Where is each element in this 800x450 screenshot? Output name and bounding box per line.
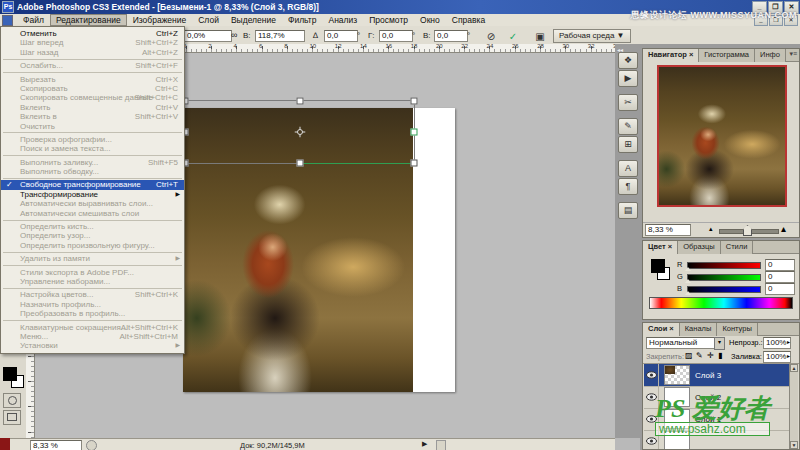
collapsed-panel-5-icon[interactable]: ⊞ (618, 136, 638, 153)
rotate-angle-field[interactable]: 0,0 (324, 30, 358, 42)
channel-slider[interactable] (687, 286, 761, 293)
menu-Справка[interactable]: Справка (446, 14, 491, 26)
opacity-arrow-icon[interactable]: ▸ (787, 338, 790, 345)
layers-mode-row: Нормальный ▾ Непрозр.: 100% ▸ (643, 336, 799, 350)
navigator-zoom-field[interactable]: 8,33 % (645, 224, 691, 236)
link-dimensions-icon[interactable]: ∞ (231, 30, 237, 41)
screen-mode-icon (7, 413, 17, 421)
tab-Слои[interactable]: Слои × (643, 323, 680, 336)
status-info-icon[interactable] (86, 440, 97, 450)
channel-value-field[interactable]: 0 (765, 259, 795, 271)
color-spectrum-bar[interactable] (649, 297, 793, 309)
transform-handle-mid-right[interactable] (411, 129, 418, 136)
menu-bar-items: ФайлРедактированиеИзображениеСлойВыделен… (17, 14, 491, 26)
scroll-down-icon[interactable]: ▼ (790, 441, 798, 449)
menu-Изображение[interactable]: Изображение (127, 14, 193, 26)
collapsed-panel-4-icon[interactable]: ✎ (618, 118, 638, 135)
bridge-icon[interactable]: ▣ (532, 30, 548, 44)
transform-handle-top-center[interactable] (296, 98, 303, 105)
menu-Просмотр[interactable]: Просмотр (363, 14, 414, 26)
menu-item: Автоматически выравнивать слои... (1, 199, 184, 208)
layers-scrollbar[interactable]: ▲ ▼ (789, 364, 798, 449)
channel-slider[interactable] (687, 274, 761, 281)
transform-bounding-box[interactable] (184, 100, 415, 164)
navigator-zoom-slider-thumb[interactable] (743, 225, 752, 236)
transform-handle-top-right[interactable] (411, 98, 418, 105)
menu-item[interactable]: Трансформирование▶ (1, 190, 184, 199)
scroll-up-icon[interactable]: ▲ (790, 364, 798, 372)
navigator-proxy-view[interactable] (657, 65, 787, 207)
menu-Выделение[interactable]: Выделение (225, 14, 282, 26)
paragraph-panel-icon[interactable]: ¶ (618, 178, 638, 195)
menu-Слой[interactable]: Слой (192, 14, 225, 26)
quick-mask-button[interactable] (3, 393, 21, 408)
transform-handle-bottom-right[interactable] (411, 160, 418, 167)
menu-Окно[interactable]: Окно (414, 14, 446, 26)
menu-item: Проверка орфографии... (1, 135, 184, 144)
collapsed-panel-2-icon[interactable]: ▶ (618, 70, 638, 87)
status-extra-button[interactable] (436, 440, 446, 450)
tab-Инфо[interactable]: Инфо (755, 49, 786, 62)
menu-item[interactable]: ОтменитьCtrl+Z (1, 29, 184, 38)
channel-row-G: G0 (677, 272, 683, 282)
channel-slider-thumb[interactable] (685, 291, 691, 295)
layer-comps-panel-icon[interactable]: ▤ (618, 202, 638, 219)
transform-reference-point-icon[interactable] (294, 127, 305, 138)
collapsed-panel-1-icon[interactable]: ❖ (618, 52, 638, 69)
tab-Навигатор[interactable]: Навигатор × (643, 49, 699, 62)
menu-Анализ[interactable]: Анализ (323, 14, 364, 26)
lock-all-icon[interactable]: ▮ (718, 351, 722, 360)
vskew-field[interactable]: 0,0 (434, 30, 468, 42)
lock-transparency-icon[interactable]: ▨ (685, 351, 693, 360)
collapsed-panel-3-icon[interactable]: ✂ (618, 94, 638, 111)
channel-slider[interactable] (687, 262, 761, 269)
cancel-transform-icon[interactable]: ⊘ (483, 30, 499, 44)
fill-arrow-icon[interactable]: ▸ (787, 352, 790, 359)
tab-Контуры[interactable]: Контуры (717, 323, 757, 336)
character-panel-icon[interactable]: A (618, 160, 638, 177)
blend-mode-select[interactable]: Нормальный (646, 337, 718, 349)
menu-Редактирование[interactable]: Редактирование (50, 14, 127, 26)
tab-Гистограмма[interactable]: Гистограмма (699, 49, 755, 62)
foreground-color-swatch[interactable] (3, 367, 17, 381)
layer-visibility-eye-icon[interactable] (644, 364, 659, 386)
tab-Образцы[interactable]: Образцы (678, 241, 721, 254)
channel-slider-thumb[interactable] (685, 279, 691, 283)
zoom-out-icon[interactable]: ▴ (709, 225, 713, 233)
menu-Файл[interactable]: Файл (17, 14, 50, 26)
menu-item-label: Настройка цветов... (20, 290, 93, 299)
lock-position-icon[interactable]: ✛ (707, 351, 714, 360)
menu-separator (3, 252, 182, 253)
hskew-field[interactable]: 0,0 (379, 30, 413, 42)
commit-transform-icon[interactable]: ✓ (505, 30, 521, 44)
status-flyout-icon[interactable]: ▶ (422, 440, 427, 448)
workspace-button[interactable]: Рабочая среда ▼ (553, 29, 631, 43)
channel-value-field[interactable]: 0 (765, 271, 795, 283)
channel-slider-thumb[interactable] (685, 267, 691, 271)
site-watermark-bottom: PS 爱好者 www.psahz.com (655, 396, 770, 436)
menu-item-label: Выполнить обводку... (20, 167, 99, 176)
menu-item-shortcut: Ctrl+C (155, 84, 178, 93)
transform-width-field[interactable]: 0,0% (184, 30, 232, 42)
tab-Стили[interactable]: Стили (721, 241, 754, 254)
menu-Фильтр[interactable]: Фильтр (282, 14, 323, 26)
channel-value-field[interactable]: 0 (765, 283, 795, 295)
color-foreground-swatch[interactable] (651, 259, 665, 273)
lock-paint-icon[interactable]: ✎ (696, 351, 703, 360)
menu-item-shortcut: Alt+Shift+Ctrl+K (121, 323, 178, 332)
corner-artifact (0, 438, 10, 450)
status-zoom-field[interactable]: 8,33 % (30, 440, 82, 450)
tab-Каналы[interactable]: Каналы (680, 323, 718, 336)
navigator-panel-menu-icon[interactable]: ▾≡ (789, 50, 797, 58)
layer-row-Слой 3[interactable]: Слой 3 (644, 364, 790, 387)
transform-height-field[interactable]: 118,7% (255, 30, 305, 42)
tab-Цвет[interactable]: Цвет × (643, 241, 678, 254)
color-tabs: Цвет ×ОбразцыСтили (643, 241, 799, 254)
blend-mode-dropdown-icon[interactable]: ▾ (714, 337, 725, 350)
menu-item-shortcut: Shift+Ctrl+C (134, 93, 178, 102)
zoom-in-icon[interactable]: ▴ (781, 223, 786, 234)
screen-mode-button[interactable] (3, 410, 21, 425)
menu-item[interactable]: ✓Свободное трансформированиеCtrl+T (1, 180, 184, 189)
layer-thumbnail[interactable] (664, 365, 690, 385)
transform-handle-bottom-center[interactable] (296, 160, 303, 167)
